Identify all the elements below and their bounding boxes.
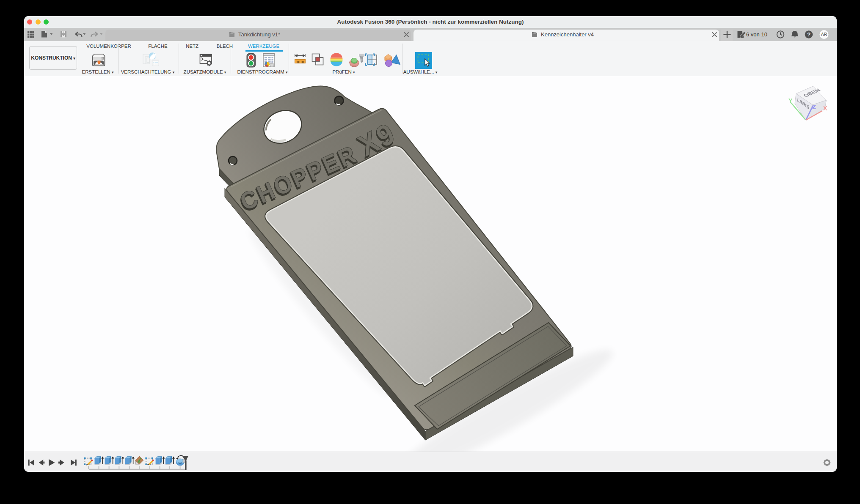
svg-text:X: X <box>823 105 827 112</box>
svg-text:Z: Z <box>812 103 816 110</box>
svg-text:?: ? <box>807 31 810 38</box>
svg-text:Y: Y <box>788 97 793 104</box>
svg-text:AR: AR <box>821 32 827 37</box>
